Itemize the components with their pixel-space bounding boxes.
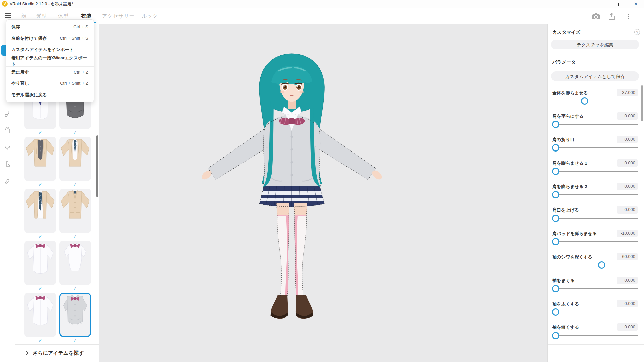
- title-bar: V VRoid Studio 2.12.0 - 名称未設定* ✕: [0, 0, 644, 8]
- item-thumbnail-blouse-bow[interactable]: [24, 293, 56, 337]
- param-value-field[interactable]: 0.000: [617, 323, 638, 331]
- slider-handle[interactable]: [552, 191, 559, 198]
- menu-item-モデル選択に戻る[interactable]: モデル選択に戻る: [6, 89, 94, 100]
- menu-item-label: モデル選択に戻る: [11, 92, 47, 98]
- save-custom-item-button[interactable]: カスタムアイテムとして保存: [551, 71, 639, 81]
- slider-track[interactable]: [552, 288, 638, 289]
- find-more-items-button[interactable]: さらにアイテムを探す: [15, 347, 99, 359]
- slider-track[interactable]: [552, 241, 638, 242]
- slider-handle[interactable]: [552, 332, 559, 339]
- worn-check-icon: ✓: [24, 130, 56, 135]
- character-legs: [276, 203, 307, 296]
- param-label: 全体を膨らませる: [552, 90, 588, 96]
- chevron-right-icon: [24, 351, 29, 355]
- menu-item-保存[interactable]: 保存Ctrl + S: [6, 21, 94, 33]
- item-thumbnail-blazer-open[interactable]: [24, 189, 56, 233]
- param-label: 肩口を上げる: [552, 207, 579, 213]
- viewport-3d[interactable]: [99, 24, 547, 362]
- param-value-field[interactable]: 0.000: [617, 300, 638, 307]
- help-icon[interactable]: ?: [634, 29, 640, 35]
- category-bottoms-icon[interactable]: [4, 144, 11, 151]
- menu-item-shortcut: Ctrl + Shift + Z: [60, 81, 88, 86]
- item-thumbnail-blouse-bow-loose[interactable]: [24, 241, 56, 285]
- camera-icon[interactable]: [591, 12, 601, 21]
- menu-item-カスタムアイテムをインポート[interactable]: カスタムアイテムをインポート: [6, 44, 94, 55]
- param-value-field[interactable]: 0.000: [617, 112, 638, 120]
- minimize-icon: [603, 4, 607, 4]
- category-shoes-icon[interactable]: [4, 161, 11, 168]
- worn-check-icon: ✓: [59, 286, 91, 291]
- menu-item-label: 保存: [11, 24, 20, 30]
- slider-handle[interactable]: [552, 308, 559, 316]
- slider-handle[interactable]: [552, 238, 559, 245]
- param-label: 肩の折り目: [552, 137, 575, 143]
- slider-handle[interactable]: [552, 285, 559, 292]
- menu-item-名前を付けて保存[interactable]: 名前を付けて保存Ctrl + Shift + S: [6, 33, 94, 44]
- menu-item-label: 元に戻す: [11, 69, 29, 75]
- close-button[interactable]: ✕: [630, 0, 641, 8]
- export-icon[interactable]: [607, 12, 616, 21]
- menu-item-元に戻す[interactable]: 元に戻すCtrl + Z: [6, 67, 94, 78]
- window-title: VRoid Studio 2.12.0 - 名称未設定*: [10, 1, 73, 7]
- items-scrollbar[interactable]: [96, 135, 98, 197]
- slider-track[interactable]: [552, 265, 638, 265]
- item-thumbnail-blouse-bow-fit[interactable]: [59, 241, 91, 285]
- character-model: [201, 50, 382, 325]
- menu-item-やり直し[interactable]: やり直しCtrl + Shift + Z: [6, 78, 94, 89]
- slider-handle[interactable]: [552, 168, 559, 175]
- param-value-field[interactable]: -10.000: [617, 230, 638, 237]
- hamburger-menu-button[interactable]: [5, 13, 11, 18]
- slider-handle[interactable]: [598, 261, 605, 269]
- param-slider-袖を太くする: 袖を太くする0.000: [548, 301, 644, 324]
- menu-item-label: 着用アイテムの一括XWearエクスポート: [11, 55, 88, 67]
- category-tops-icon[interactable]: [4, 127, 11, 134]
- menu-item-label: 名前を付けて保存: [11, 35, 47, 41]
- category-misc-icon[interactable]: [4, 177, 11, 185]
- main-toolbar: 顔髪型体型衣装アクセサリールック: [0, 8, 644, 25]
- character-bow-tie: [279, 118, 305, 125]
- item-thumbnail-blazer-shirt[interactable]: [59, 137, 91, 181]
- slider-track[interactable]: [552, 335, 638, 336]
- category-sock-icon[interactable]: [4, 110, 11, 117]
- worn-check-icon: ✓: [59, 234, 91, 239]
- tab-アクセサリー[interactable]: アクセサリー: [102, 8, 135, 24]
- maximize-restore-button[interactable]: [614, 0, 626, 8]
- tab-ルック[interactable]: ルック: [142, 8, 158, 24]
- slider-track[interactable]: [552, 194, 638, 195]
- worn-check-icon: ✓: [59, 338, 91, 343]
- menu-item-着用アイテムの一括XWearエクスポート[interactable]: 着用アイテムの一括XWearエクスポート: [6, 55, 94, 66]
- worn-check-icon: ✓: [24, 182, 56, 187]
- param-label: 袖を短くする: [552, 324, 579, 330]
- param-value-field[interactable]: 0.000: [617, 136, 638, 143]
- slider-handle[interactable]: [581, 97, 588, 105]
- param-value-field[interactable]: 0.000: [617, 183, 638, 190]
- vroid-studio-window: V VRoid Studio 2.12.0 - 名称未設定* ✕ 顔髪型体型衣装…: [0, 0, 644, 362]
- divider: [548, 344, 644, 345]
- param-slider-袖をまくる: 袖をまくる0.000: [548, 278, 644, 301]
- slider-track[interactable]: [552, 101, 638, 101]
- edit-texture-button[interactable]: テクスチャを編集: [551, 40, 639, 49]
- slider-track[interactable]: [552, 312, 638, 312]
- slider-track[interactable]: [552, 171, 638, 172]
- param-value-field[interactable]: 0.000: [617, 159, 638, 167]
- param-value-field[interactable]: 0.000: [617, 206, 638, 214]
- param-value-field[interactable]: 60.000: [617, 253, 638, 260]
- vroid-logo-icon: V: [2, 1, 8, 7]
- param-value-field[interactable]: 37.000: [617, 89, 638, 96]
- slider-handle[interactable]: [552, 121, 559, 128]
- slider-handle[interactable]: [552, 144, 559, 152]
- slider-handle[interactable]: [552, 215, 559, 222]
- param-slider-肩の折り目: 肩の折り目0.000: [548, 137, 644, 160]
- minimize-button[interactable]: [599, 0, 610, 8]
- item-thumbnail-cardigan-bow[interactable]: [59, 293, 91, 337]
- kebab-menu-icon[interactable]: [624, 12, 633, 21]
- slider-track[interactable]: [552, 124, 638, 125]
- slider-track[interactable]: [552, 218, 638, 219]
- param-value-field[interactable]: 0.000: [617, 277, 638, 284]
- item-thumbnail-blazer-closed[interactable]: [59, 189, 91, 233]
- item-thumbnail-blazer-vest[interactable]: [24, 137, 56, 181]
- param-label: 肩を膨らませる 2: [552, 184, 587, 190]
- param-slider-肩を平らにする: 肩を平らにする0.000: [548, 113, 644, 137]
- slider-track[interactable]: [552, 147, 638, 148]
- panel-scrollbar[interactable]: [641, 85, 643, 121]
